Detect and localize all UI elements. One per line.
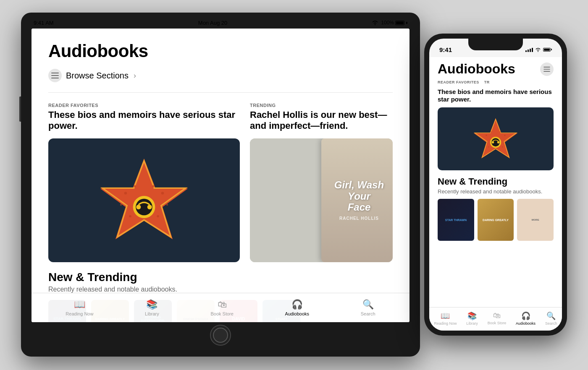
iphone-page-title: Audiobooks xyxy=(438,61,515,77)
hollywood-star-svg xyxy=(98,154,190,246)
iphone-reading-now-icon: 📖 xyxy=(441,311,450,320)
ipad-home-button[interactable] xyxy=(210,325,231,346)
svg-point-10 xyxy=(124,192,127,195)
iphone-book-store-label: Book Store xyxy=(488,321,507,325)
iphone-book-extra[interactable]: MORE xyxy=(517,199,554,241)
scene: 9:41 AM Mon Aug 20 100% xyxy=(0,0,588,370)
menu-icon xyxy=(51,72,59,79)
section-divider xyxy=(48,92,393,93)
svg-point-9 xyxy=(147,205,152,209)
book-store-icon: 🛍 xyxy=(218,299,227,310)
svg-point-15 xyxy=(157,215,159,218)
iphone-header-row: Audiobooks xyxy=(438,61,554,77)
svg-point-31 xyxy=(488,146,489,148)
iphone-book-star-wars[interactable]: STAR THRAWN xyxy=(438,199,474,241)
iphone-wifi-icon xyxy=(535,47,541,52)
section-title-1: These bios and memoirs have serious star… xyxy=(48,109,240,132)
iphone-book-store-icon: 🛍 xyxy=(493,311,501,320)
svg-rect-18 xyxy=(543,67,550,68)
tab-search[interactable]: 🔍 Search xyxy=(352,296,384,320)
svg-point-28 xyxy=(491,131,492,133)
iphone-books-row: STAR THRAWN DARING GREATLY MORE xyxy=(438,199,554,241)
iphone-menu-button[interactable] xyxy=(540,63,554,76)
svg-point-11 xyxy=(134,185,136,188)
svg-point-16 xyxy=(120,204,122,206)
ipad-wifi-icon xyxy=(372,20,378,25)
ipad-content: Audiobooks Browse Sections › xyxy=(32,29,410,322)
browse-sections-button[interactable]: Browse Sections › xyxy=(48,69,393,82)
svg-rect-19 xyxy=(543,69,550,70)
browse-sections-chevron: › xyxy=(134,71,136,80)
girl-wash-cover: Girl, WashYourFace RACHEL HOLLIS xyxy=(321,138,393,262)
svg-rect-1 xyxy=(51,75,59,76)
iphone-new-trending: New & Trending Recently released and not… xyxy=(438,176,554,241)
iphone-tab-audiobooks[interactable]: 🎧 Audiobooks xyxy=(516,311,536,326)
iphone-battery-icon xyxy=(543,48,552,52)
iphone-screen: 9:41 xyxy=(429,39,562,331)
ipad-battery-percent: 100% xyxy=(381,20,394,26)
girl-wash-bg: Girl, WashYourFace RACHEL HOLLIS xyxy=(250,138,393,262)
ipad-date: Mon Aug 20 xyxy=(198,20,227,26)
svg-point-30 xyxy=(500,131,501,133)
search-label: Search xyxy=(361,311,375,316)
iphone-tab-reading-now[interactable]: 📖 Reading Now xyxy=(434,311,457,326)
ipad-home-inner xyxy=(213,328,228,343)
iphone-new-trending-subtitle: Recently released and notable audiobooks… xyxy=(438,188,554,195)
ipad-side-button xyxy=(19,96,21,122)
ipad-page-title: Audiobooks xyxy=(48,41,393,61)
iphone-section-title: These bios and memoirs have serious star… xyxy=(438,88,554,103)
iphone-book-daring[interactable]: DARING GREATLY xyxy=(478,199,514,241)
svg-point-17 xyxy=(166,204,168,206)
section-tag-1: READER FAVORITES xyxy=(48,103,240,108)
iphone-tab-bar: 📖 Reading Now 📚 Library 🛍 Book Store 🎧 A… xyxy=(429,307,562,331)
tab-library[interactable]: 📚 Library xyxy=(136,296,168,320)
iphone-new-trending-title: New & Trending xyxy=(438,176,554,187)
star-book-image xyxy=(48,138,240,262)
iphone-star-svg xyxy=(472,116,519,162)
svg-rect-0 xyxy=(51,73,59,73)
ipad-device: 9:41 AM Mon Aug 20 100% xyxy=(21,13,420,357)
iphone-tab-library[interactable]: 📚 Library xyxy=(466,311,478,326)
audiobooks-label: Audiobooks xyxy=(285,311,310,316)
iphone-signal-icon xyxy=(525,47,533,52)
svg-rect-20 xyxy=(543,71,550,72)
ipad-time: 9:41 AM xyxy=(34,20,54,26)
ipad-status-bar: 9:41 AM Mon Aug 20 100% xyxy=(25,17,416,29)
iphone-content: Audiobooks READER FAVORITES xyxy=(429,57,562,307)
svg-point-25 xyxy=(492,141,494,144)
reader-favorites-card[interactable]: READER FAVORITES These bios and memoirs … xyxy=(48,103,240,262)
svg-point-13 xyxy=(152,185,155,188)
audiobooks-icon: 🎧 xyxy=(291,299,303,310)
iphone-star-cover[interactable] xyxy=(438,107,554,170)
trending-card[interactable]: TRENDING Rachel Hollis is our new best—a… xyxy=(250,103,393,262)
ipad-status-right: 100% xyxy=(372,20,407,26)
svg-point-14 xyxy=(129,215,131,218)
sections-row: READER FAVORITES These bios and memoirs … xyxy=(48,103,393,262)
iphone-notch xyxy=(468,39,523,50)
svg-point-32 xyxy=(502,146,503,148)
iphone-audiobooks-icon: 🎧 xyxy=(521,311,530,320)
iphone-device: 9:41 xyxy=(424,34,567,336)
svg-point-29 xyxy=(504,135,505,136)
tab-audiobooks[interactable]: 🎧 Audiobooks xyxy=(277,296,318,320)
reading-now-label: Reading Now xyxy=(66,311,93,316)
iphone-reader-fav-tag: READER FAVORITES xyxy=(438,80,479,84)
search-icon: 🔍 xyxy=(362,299,374,310)
svg-rect-2 xyxy=(51,78,59,78)
svg-point-8 xyxy=(136,205,141,209)
iphone-tags-row: READER FAVORITES TR xyxy=(438,80,554,86)
iphone-trending-tag: TR xyxy=(484,80,490,84)
iphone-status-icons xyxy=(525,47,552,52)
iphone-tab-search[interactable]: 🔍 Search xyxy=(545,311,557,326)
tab-book-store[interactable]: 🛍 Book Store xyxy=(202,296,242,320)
iphone-search-label: Search xyxy=(545,321,557,326)
iphone-audiobooks-label: Audiobooks xyxy=(516,321,536,326)
iphone-library-icon: 📚 xyxy=(467,311,477,320)
tab-reading-now[interactable]: 📖 Reading Now xyxy=(57,296,102,320)
ipad-battery: 100% xyxy=(381,20,407,26)
iphone-tab-book-store[interactable]: 🛍 Book Store xyxy=(488,311,507,325)
library-icon: 📚 xyxy=(146,299,158,310)
iphone-trending-tag-partial: TR xyxy=(484,80,490,86)
star-cover-bg xyxy=(48,138,240,262)
ipad-tab-bar: 📖 Reading Now 📚 Library 🛍 Book Store 🎧 A… xyxy=(32,293,410,322)
